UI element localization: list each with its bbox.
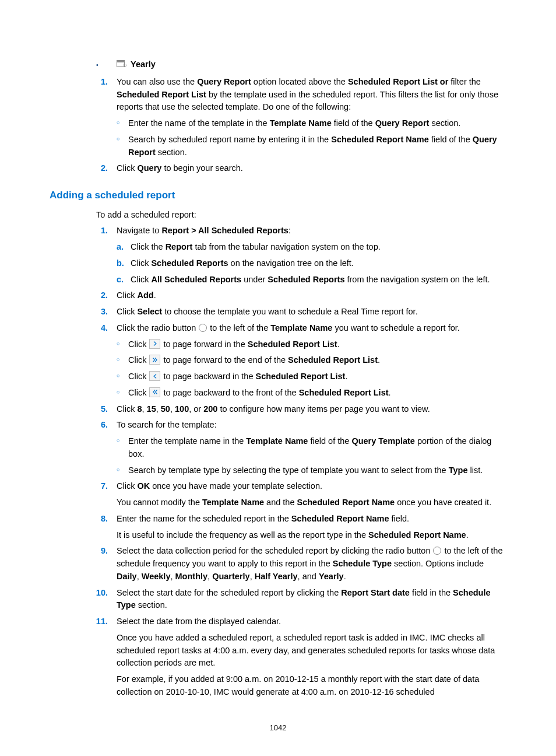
step-2: 2. Click Add. xyxy=(50,289,506,302)
bold: Scheduled Report Name xyxy=(368,530,466,540)
sub-list: Enter the name of the template in the Te… xyxy=(117,117,506,159)
sub-item: Enter the template name in the Template … xyxy=(117,435,506,461)
num-mark: 7. xyxy=(90,480,108,493)
bold: Add xyxy=(137,290,153,300)
bold: 200 xyxy=(203,404,217,414)
text: . xyxy=(344,572,346,581)
bold: 8 xyxy=(137,404,142,414)
bold: Template Name xyxy=(202,498,264,507)
bold: Scheduled Report List xyxy=(117,90,206,99)
text: section. xyxy=(156,148,187,157)
text: , xyxy=(142,404,147,414)
ordered-list-2: 1. Navigate to Report > All Scheduled Re… xyxy=(50,225,506,698)
text: and the xyxy=(264,498,297,507)
sub-a-item: a.Click the Report tab from the tabular … xyxy=(117,241,506,254)
text: , xyxy=(250,572,255,581)
text: , or xyxy=(189,404,203,414)
bold: Monthly xyxy=(175,572,208,581)
text: field. xyxy=(389,514,409,523)
text: . xyxy=(378,355,380,365)
bold: Scheduled Report List xyxy=(248,340,337,349)
bold: Scheduled Report List or xyxy=(348,77,451,86)
followup-text: It is useful to include the frequency as… xyxy=(117,529,506,542)
bold: Template Name xyxy=(246,436,308,446)
num-mark: 2. xyxy=(90,162,108,175)
text: field in the xyxy=(410,588,453,597)
bold: 15 xyxy=(147,404,156,414)
intro-text: To add a scheduled report: xyxy=(50,209,506,222)
bold: Scheduled Report Name xyxy=(297,498,395,507)
heading-adding-scheduled-report: Adding a scheduled report xyxy=(50,188,506,203)
page-forward-icon xyxy=(149,339,160,349)
sub-item: Search by scheduled report name by enter… xyxy=(117,134,506,159)
bold: Query xyxy=(137,163,161,173)
sub-a-item: c.Click All Scheduled Reports under Sche… xyxy=(117,274,506,286)
bold: 100 xyxy=(175,404,189,414)
text: section. Options include xyxy=(392,559,484,568)
bold: Scheduled Report List xyxy=(299,388,389,397)
text: to configure how many items per page you… xyxy=(217,404,430,414)
bold: Scheduled Reports xyxy=(151,258,228,268)
text: field of the xyxy=(429,135,473,144)
num-mark: 11. xyxy=(90,615,108,628)
bold: 50 xyxy=(161,404,170,414)
step-7: 7. Click OK once you have made your temp… xyxy=(50,480,506,509)
text: on the navigation tree on the left. xyxy=(228,258,354,268)
bold: Query Report xyxy=(197,77,251,86)
text: from the navigation system on the left. xyxy=(344,275,490,284)
num-mark: 10. xyxy=(90,587,108,600)
text: Click xyxy=(128,388,149,397)
step-5: 5. Click 8, 15, 50, 100, or 200 to confi… xyxy=(50,403,506,416)
text: you want to schedule a report for. xyxy=(332,323,459,332)
bold: Select xyxy=(137,307,162,316)
text: Click xyxy=(117,163,137,173)
text: under xyxy=(241,275,268,284)
text: Click xyxy=(131,258,151,268)
page-forward-end-icon xyxy=(149,355,160,365)
text: Enter the template name in the xyxy=(128,436,246,446)
text: Enter the name for the scheduled report … xyxy=(117,514,291,523)
bold: Template Name xyxy=(270,118,332,128)
step-3: 3. Click Select to choose the template y… xyxy=(50,306,506,318)
num-mark: 2. xyxy=(90,289,108,302)
bold: Report xyxy=(166,242,193,251)
sub-a-item: b.Click Scheduled Reports on the navigat… xyxy=(117,257,506,270)
bold: Report Start date xyxy=(341,588,410,597)
bold: Scheduled Report Name xyxy=(291,514,389,523)
sub-item: Click to page backward in the Scheduled … xyxy=(117,370,506,383)
text: . xyxy=(466,530,469,540)
step-8: 8. Enter the name for the scheduled repo… xyxy=(50,513,506,542)
followup-text: Once you have added a scheduled report, … xyxy=(117,632,506,670)
bold: Daily xyxy=(117,572,137,581)
text: , xyxy=(137,572,142,581)
bold: Scheduled Report Name xyxy=(331,135,429,144)
text: to choose the template you want to sched… xyxy=(162,307,417,316)
text: Click xyxy=(117,307,137,316)
bold: Scheduled Report List xyxy=(255,372,345,381)
text: It is useful to include the frequency as… xyxy=(117,530,368,540)
bullet-yearly: ↻ Yearly xyxy=(50,58,506,71)
step-4: 4. Click the radio button to the left of… xyxy=(50,322,506,400)
radio-button-icon xyxy=(433,547,441,555)
sub-list: Click to page forward in the Scheduled R… xyxy=(117,338,506,400)
sub-list: Enter the template name in the Template … xyxy=(117,435,506,477)
num-mark: 6. xyxy=(90,419,108,432)
sub-item: Search by template type by selecting the… xyxy=(117,464,506,477)
num-mark: 1. xyxy=(90,225,108,237)
text: once you have made your template selecti… xyxy=(150,481,322,491)
text: Click xyxy=(117,290,137,300)
num-mark: 5. xyxy=(90,403,108,416)
sub-item: Click to page backward to the front of t… xyxy=(117,387,506,400)
text: to page forward to the end of the xyxy=(163,355,288,365)
text: You cannot modify the xyxy=(117,498,202,507)
text: Click xyxy=(131,275,151,284)
text: field of the xyxy=(308,436,351,446)
step-10: 10. Select the start date for the schedu… xyxy=(50,587,506,612)
text: . xyxy=(345,372,347,381)
text: Click xyxy=(128,340,149,349)
text: to page backward to the front of the xyxy=(163,388,298,397)
bold: Schedule Type xyxy=(333,559,392,568)
text: list. xyxy=(467,466,483,475)
text: to page backward in the xyxy=(163,372,255,381)
text: Select the data collection period for th… xyxy=(117,546,432,555)
